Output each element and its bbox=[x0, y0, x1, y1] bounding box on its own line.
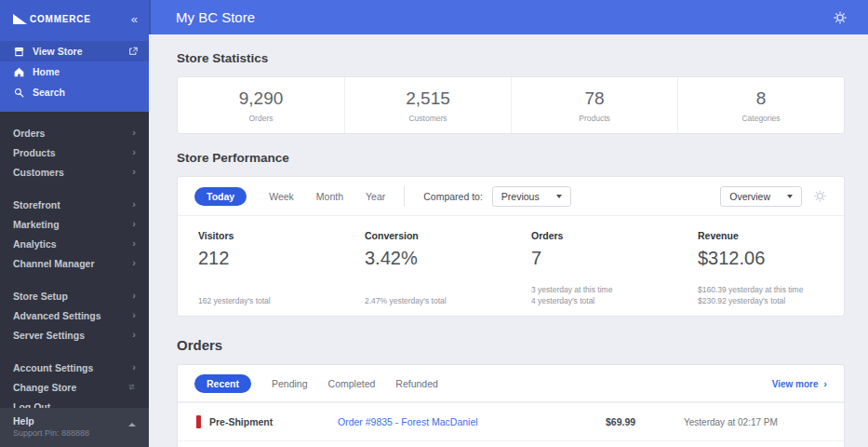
sidebar-item-label: Store Setup bbox=[13, 291, 68, 302]
storefront-icon bbox=[14, 47, 24, 57]
sidebar-item-label: Marketing bbox=[13, 219, 60, 230]
sidebar-item-view-store[interactable]: View Store bbox=[0, 41, 149, 61]
sidebar-item-marketing[interactable]: Marketing › bbox=[0, 214, 149, 234]
chevron-right-icon: › bbox=[132, 258, 136, 268]
help-title: Help bbox=[13, 415, 136, 427]
sidebar-item-products[interactable]: Products › bbox=[0, 142, 149, 162]
top-bar: My BC Store bbox=[149, 0, 868, 34]
view-more-label: View more bbox=[772, 379, 819, 389]
sidebar-menu: Orders › Products › Customers › Storefro… bbox=[0, 112, 149, 416]
metric-orders: Orders 7 3 yesterday at this time 4 yest… bbox=[511, 228, 677, 306]
chevron-up-icon bbox=[128, 423, 136, 427]
stat-categories: 8 Categories bbox=[677, 77, 844, 133]
sidebar-item-label: Channel Manager bbox=[13, 258, 95, 269]
sidebar-top-section: COMMERCE « View Store Home Search bbox=[0, 0, 149, 112]
sidebar-item-label: View Store bbox=[33, 46, 83, 57]
stat-value: 78 bbox=[584, 88, 604, 109]
sidebar-item-home[interactable]: Home bbox=[0, 61, 149, 82]
metric-value: 3.42% bbox=[365, 248, 511, 269]
sidebar-item-advanced-settings[interactable]: Advanced Settings › bbox=[0, 305, 149, 325]
logo: COMMERCE « bbox=[0, 0, 149, 41]
sidebar-item-label: Change Store bbox=[13, 382, 76, 393]
order-status: Pre-Shipment bbox=[209, 416, 338, 427]
tab-recent[interactable]: Recent bbox=[194, 374, 251, 393]
help-panel[interactable]: Help Support Pin: 888888 bbox=[0, 408, 149, 447]
settings-gear-icon[interactable] bbox=[833, 10, 848, 25]
metric-label: Conversion bbox=[365, 230, 511, 241]
metric-sub bbox=[365, 284, 511, 295]
metric-label: Visitors bbox=[198, 230, 344, 241]
order-row: Pre-Shipment Order #9835 - Forest MacDan… bbox=[178, 402, 844, 440]
sidebar-item-analytics[interactable]: Analytics › bbox=[0, 234, 149, 253]
tab-pending[interactable]: Pending bbox=[272, 378, 308, 389]
chevron-right-icon: › bbox=[132, 167, 136, 177]
chevron-right-icon: › bbox=[132, 199, 136, 210]
stat-label: Orders bbox=[249, 114, 274, 123]
sidebar-item-label: Account Settings bbox=[13, 362, 93, 373]
collapse-sidebar-icon[interactable]: « bbox=[131, 12, 138, 26]
chevron-right-icon: › bbox=[132, 291, 136, 301]
sidebar-item-store-setup[interactable]: Store Setup › bbox=[0, 286, 149, 305]
order-link[interactable]: Order #9835 - Forest MacDaniel bbox=[338, 416, 606, 427]
tab-today[interactable]: Today bbox=[194, 187, 247, 206]
sidebar-item-customers[interactable]: Customers › bbox=[0, 162, 149, 182]
stat-customers: 2,515 Customers bbox=[344, 77, 511, 133]
dashboard-content: Store Statistics 9,290 Orders 2,515 Cust… bbox=[149, 51, 868, 447]
performance-metrics: Visitors 212 162 yesterday's total Conve… bbox=[178, 216, 844, 316]
store-performance-title: Store Performance bbox=[177, 151, 845, 165]
stat-value: 9,290 bbox=[239, 88, 284, 109]
sidebar-item-account-settings[interactable]: Account Settings › bbox=[0, 358, 149, 377]
swap-icon bbox=[127, 383, 136, 391]
performance-settings-gear-icon[interactable] bbox=[813, 189, 827, 203]
sidebar-item-label: Analytics bbox=[13, 238, 57, 250]
stat-products: 78 Products bbox=[511, 77, 677, 133]
metric-conversion: Conversion 3.42% 2.47% yesterday's total bbox=[344, 228, 511, 306]
sidebar-item-storefront[interactable]: Storefront › bbox=[0, 195, 149, 214]
metric-sub: 2.47% yesterday's total bbox=[365, 295, 511, 306]
stat-label: Products bbox=[579, 114, 610, 123]
order-amount: $69.99 bbox=[606, 416, 660, 427]
sidebar-item-orders[interactable]: Orders › bbox=[0, 123, 149, 142]
home-icon bbox=[14, 67, 24, 77]
tab-week[interactable]: Week bbox=[269, 191, 294, 202]
sidebar-item-change-store[interactable]: Change Store bbox=[0, 377, 149, 397]
store-performance-card: Today Week Month Year Compared to: Previ… bbox=[177, 176, 845, 317]
stat-label: Customers bbox=[408, 114, 447, 123]
status-badge bbox=[196, 415, 201, 428]
sidebar-item-channel-manager[interactable]: Channel Manager › bbox=[0, 253, 149, 273]
metric-sub: 3 yesterday at this time bbox=[531, 284, 677, 295]
metric-label: Orders bbox=[531, 230, 677, 241]
sidebar-item-search[interactable]: Search bbox=[0, 82, 149, 102]
stat-value: 2,515 bbox=[406, 88, 450, 109]
sidebar: COMMERCE « View Store Home Search bbox=[0, 0, 149, 447]
metric-sub: $160.39 yesterday at this time bbox=[698, 284, 844, 295]
metric-sub: 4 yesterday's total bbox=[531, 295, 677, 306]
divider bbox=[404, 186, 405, 207]
view-more-link[interactable]: View more › bbox=[772, 378, 827, 389]
sidebar-item-server-settings[interactable]: Server Settings › bbox=[0, 325, 149, 345]
tab-year[interactable]: Year bbox=[366, 191, 385, 202]
stat-value: 8 bbox=[756, 88, 767, 109]
sidebar-item-label: Products bbox=[13, 147, 56, 158]
logo-text: COMMERCE bbox=[30, 14, 91, 24]
stat-orders: 9,290 Orders bbox=[178, 77, 344, 133]
tab-refunded[interactable]: Refunded bbox=[395, 378, 438, 389]
order-time: Yesterday at 02:17 PM bbox=[660, 417, 825, 427]
chevron-right-icon: › bbox=[132, 362, 136, 372]
external-link-icon bbox=[128, 47, 138, 56]
compared-to-select[interactable]: Previous bbox=[492, 186, 571, 207]
chevron-right-icon: › bbox=[132, 128, 136, 138]
metric-sub bbox=[198, 284, 344, 295]
compared-to-value: Previous bbox=[501, 191, 540, 202]
orders-toolbar: Recent Pending Completed Refunded View m… bbox=[178, 365, 844, 402]
sidebar-item-label: Search bbox=[33, 87, 65, 98]
store-statistics-card: 9,290 Orders 2,515 Customers 78 Products… bbox=[177, 76, 845, 134]
sidebar-item-label: Orders bbox=[13, 128, 45, 139]
store-title: My BC Store bbox=[176, 9, 833, 25]
overview-select[interactable]: Overview bbox=[720, 186, 802, 207]
tab-month[interactable]: Month bbox=[316, 191, 343, 202]
orders-title: Orders bbox=[177, 337, 845, 353]
overview-value: Overview bbox=[729, 191, 770, 202]
chevron-right-icon: › bbox=[132, 238, 136, 249]
tab-completed[interactable]: Completed bbox=[328, 378, 376, 389]
